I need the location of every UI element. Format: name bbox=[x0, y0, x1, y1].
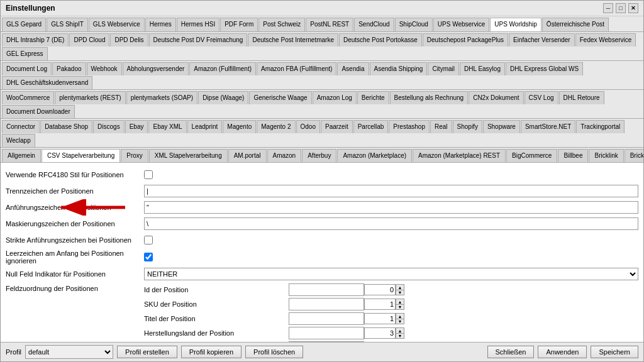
sub-tab-bricklink[interactable]: Bricklink bbox=[589, 149, 623, 162]
tab-hermes-hsi[interactable]: Hermes HSI bbox=[177, 18, 219, 31]
tab-paarzeit[interactable]: Paarzeit bbox=[321, 120, 353, 133]
tab-dp-dv[interactable]: Deutsche Post DV Freimachung bbox=[149, 33, 248, 47]
spin-up-sku[interactable]: ▲ bbox=[396, 299, 404, 304]
tab-leadprint[interactable]: Leadprint bbox=[187, 120, 223, 133]
tab-asendia-shipping[interactable]: Asendia Shipping bbox=[370, 62, 428, 75]
anwenden-button[interactable]: Anwenden bbox=[538, 346, 587, 358]
tab-gen-waage[interactable]: Generische Waage bbox=[249, 91, 311, 104]
tab-prestashop[interactable]: Prestashop bbox=[389, 120, 430, 133]
sub-tab-amazon-marketplace[interactable]: Amazon (Marketplace) bbox=[337, 149, 412, 162]
trennzeichen-input[interactable] bbox=[144, 185, 638, 197]
tab-einfacher[interactable]: Einfacher Versender bbox=[509, 33, 575, 47]
sub-tab-allgemein[interactable]: Allgemein bbox=[2, 149, 41, 162]
close-btn[interactable]: ✕ bbox=[628, 3, 638, 13]
tab-dpd-cloud[interactable]: DPD Cloud bbox=[69, 33, 109, 47]
tab-dhl-easylog[interactable]: DHL Easylog bbox=[460, 62, 505, 75]
tab-abholungsversender[interactable]: Abholungsversender bbox=[123, 62, 189, 75]
tab-dhl-geschaeft[interactable]: DHL Geschäftskudenversand bbox=[2, 76, 92, 89]
tab-parcellab[interactable]: Parcellab bbox=[353, 120, 389, 133]
tab-shopware[interactable]: Shopware bbox=[483, 120, 520, 133]
tab-ups-webservice[interactable]: UPS Webservice bbox=[433, 18, 489, 31]
tab-gls-gepard[interactable]: GLS Gepard bbox=[2, 18, 46, 31]
tab-db-shop[interactable]: Database Shop bbox=[40, 120, 92, 133]
field-input-titel[interactable] bbox=[289, 312, 364, 325]
rfc4180-checkbox[interactable] bbox=[144, 170, 153, 179]
num-input-herstellungsland[interactable] bbox=[364, 327, 396, 339]
sub-tab-proxy[interactable]: Proxy bbox=[121, 149, 148, 162]
tab-plenty-rest[interactable]: plentymarkets (REST) bbox=[55, 91, 125, 104]
sub-tab-amazon[interactable]: Amazon bbox=[267, 149, 302, 162]
sub-tab-xml-stapel[interactable]: XML Stapelverarbeitung bbox=[149, 149, 228, 162]
sub-tab-billbee[interactable]: Billbee bbox=[558, 149, 588, 162]
spin-down-sku[interactable]: ▼ bbox=[396, 304, 404, 310]
tab-postnl-rest[interactable]: PostNL REST bbox=[306, 18, 353, 31]
sub-tab-bigcommerce[interactable]: BigCommerce bbox=[506, 149, 557, 162]
profil-erstellen-button[interactable]: Profil erstellen bbox=[117, 346, 177, 358]
profil-loeschen-button[interactable]: Profil löschen bbox=[245, 346, 303, 358]
tab-amazon-fba[interactable]: Amazon FBA (Fulfillment) bbox=[257, 62, 336, 75]
tab-discogs[interactable]: Discogs bbox=[93, 120, 125, 133]
spin-down-herstellungsland[interactable]: ▼ bbox=[396, 333, 404, 339]
tab-cn2x[interactable]: CN2x Dokument bbox=[469, 91, 523, 104]
field-input-id[interactable] bbox=[289, 283, 364, 296]
spin-up-herstellungsland[interactable]: ▲ bbox=[396, 327, 404, 333]
tab-sendcloud[interactable]: SendCloud bbox=[354, 18, 394, 31]
spin-down-id[interactable]: ▼ bbox=[396, 290, 404, 295]
tab-pdf-form[interactable]: PDF Form bbox=[220, 18, 258, 31]
tab-berichte[interactable]: Berichte bbox=[357, 91, 389, 104]
num-input-sku[interactable] bbox=[364, 299, 396, 310]
tab-csv-log[interactable]: CSV Log bbox=[525, 91, 558, 104]
tab-amazon-log[interactable]: Amazon Log bbox=[313, 91, 357, 104]
tab-ebay[interactable]: Ebay bbox=[125, 120, 148, 133]
tab-plenty-soap[interactable]: plentymarkets (SOAP) bbox=[126, 91, 197, 104]
tab-gls-webservice[interactable]: GLS Webservice bbox=[89, 18, 145, 31]
anfuehrungszeichen-input[interactable] bbox=[144, 201, 638, 214]
tab-oesterreich[interactable]: Österreichische Post bbox=[542, 18, 609, 31]
spin-up-id[interactable]: ▲ bbox=[396, 284, 404, 290]
schliessen-button[interactable]: Schließen bbox=[487, 346, 535, 358]
profil-select[interactable]: default bbox=[25, 345, 113, 359]
tab-dp-packageplus[interactable]: Deutschepost PackagePlus bbox=[423, 33, 508, 47]
tab-asendia[interactable]: Asendia bbox=[337, 62, 369, 75]
tab-dp-portokasse[interactable]: Deutsche Post Portokasse bbox=[339, 33, 422, 47]
tab-bestellung[interactable]: Bestellung als Rechnung bbox=[390, 91, 469, 104]
minimize-btn[interactable]: ─ bbox=[603, 3, 613, 13]
tab-ebay-xml[interactable]: Ebay XML bbox=[148, 120, 186, 133]
spin-down-titel[interactable]: ▼ bbox=[396, 319, 404, 324]
spin-up-titel[interactable]: ▲ bbox=[396, 313, 404, 319]
tab-webhook[interactable]: Webhook bbox=[87, 62, 122, 75]
profil-kopieren-button[interactable]: Profil kopieren bbox=[181, 346, 242, 358]
tab-citymail[interactable]: Citymail bbox=[428, 62, 459, 75]
tab-dhl-retoure[interactable]: DHL Retoure bbox=[559, 91, 604, 104]
tab-gls-shipit[interactable]: GLS ShipIT bbox=[47, 18, 88, 31]
tab-magento[interactable]: Magento bbox=[223, 120, 256, 133]
sub-tab-brickowi[interactable]: Brickowi bbox=[625, 149, 644, 162]
tab-real[interactable]: Real bbox=[430, 120, 452, 133]
field-input-sku[interactable] bbox=[289, 298, 364, 310]
tab-dhl-intraship[interactable]: DHL Intraship 7 (DE) bbox=[2, 33, 69, 47]
maximize-btn[interactable]: □ bbox=[616, 3, 626, 13]
null-feld-select[interactable]: NEITHER bbox=[144, 268, 638, 280]
tab-dhl-express-ws[interactable]: DHL Express Global WS bbox=[506, 62, 583, 75]
tab-hermes[interactable]: Hermes bbox=[145, 18, 176, 31]
tab-tracking[interactable]: Trackingportal bbox=[576, 120, 625, 133]
tab-post-schweiz[interactable]: Post Schweiz bbox=[258, 18, 305, 31]
num-input-id[interactable] bbox=[364, 284, 396, 295]
tab-doc-log[interactable]: Document Log bbox=[2, 62, 52, 75]
tab-amazon-ff[interactable]: Amazon (Fulfillment) bbox=[189, 62, 256, 75]
tab-pakadoo[interactable]: Pakadoo bbox=[52, 62, 86, 75]
tab-connector[interactable]: Connector bbox=[2, 120, 40, 133]
tab-magento2[interactable]: Magento 2 bbox=[257, 120, 295, 133]
sub-tab-afterbuy[interactable]: Afterbuy bbox=[302, 149, 336, 162]
tab-shopify[interactable]: Shopify bbox=[453, 120, 482, 133]
tab-shipcloud[interactable]: ShipCloud bbox=[395, 18, 433, 31]
tab-dipse[interactable]: Dipse (Waage) bbox=[198, 91, 248, 104]
sub-tab-amazon-marketplace-rest[interactable]: Amazon (Marketplace) REST bbox=[413, 149, 506, 162]
speichern-button[interactable]: Speichern bbox=[591, 346, 638, 358]
tab-ups-worldship[interactable]: UPS Worldship bbox=[490, 18, 541, 31]
sub-tab-csv-stapel[interactable]: CSV Stapelverarbeitung bbox=[42, 149, 120, 162]
tab-weclapp[interactable]: Weclapp bbox=[2, 134, 35, 147]
field-input-herstellungsland[interactable] bbox=[289, 327, 364, 339]
tab-dp-internetmarke[interactable]: Deutsche Post Internetmarke bbox=[248, 33, 338, 47]
strikte-checkbox[interactable] bbox=[144, 236, 153, 244]
